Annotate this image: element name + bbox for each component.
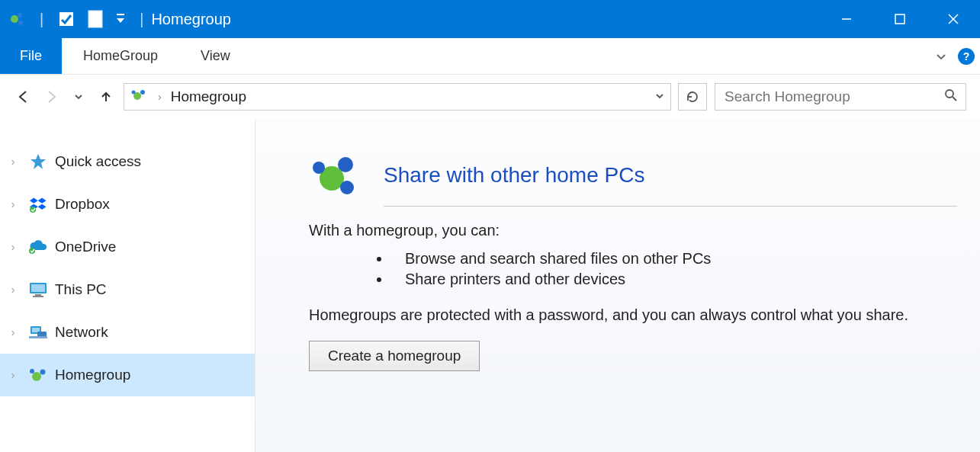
forward-button[interactable]	[41, 87, 61, 107]
sidebar-item-label: Dropbox	[55, 196, 110, 213]
heading-divider	[384, 206, 957, 207]
dropbox-icon	[27, 194, 49, 215]
create-homegroup-button[interactable]: Create a homegroup	[309, 341, 480, 371]
tab-file[interactable]: File	[0, 38, 62, 74]
properties-icon[interactable]	[56, 8, 77, 30]
ribbon: File HomeGroup View ?	[0, 38, 980, 75]
svg-rect-3	[59, 12, 73, 26]
chevron-right-icon[interactable]: ›	[5, 326, 21, 338]
help-icon: ?	[958, 48, 975, 65]
homegroup-icon[interactable]	[6, 8, 27, 30]
svg-point-11	[140, 90, 145, 95]
content-bullet: Share printers and other devices	[391, 271, 957, 288]
svg-rect-18	[31, 284, 45, 292]
sidebar-item-quick-access[interactable]: › Quick access	[0, 140, 255, 183]
breadcrumb-separator-icon[interactable]: ›	[158, 91, 162, 103]
ribbon-collapse-icon[interactable]	[930, 38, 953, 74]
content-intro: With a homegroup, you can:	[309, 222, 957, 239]
chevron-right-icon[interactable]: ›	[5, 284, 21, 296]
svg-point-27	[30, 369, 34, 373]
maximize-button[interactable]	[873, 0, 927, 38]
content-note: Homegroups are protected with a password…	[309, 306, 957, 324]
svg-point-29	[338, 157, 353, 172]
quick-access-toolbar: | |	[6, 8, 148, 30]
svg-point-30	[313, 162, 325, 174]
tab-view[interactable]: View	[179, 38, 252, 74]
address-dropdown-icon[interactable]	[655, 90, 664, 104]
chevron-right-icon[interactable]: ›	[5, 198, 21, 210]
search-box[interactable]	[715, 83, 966, 111]
title-bar: | | Homegroup	[0, 0, 980, 38]
svg-rect-24	[29, 336, 47, 338]
sidebar-item-homegroup[interactable]: › Homegroup	[0, 354, 255, 396]
svg-rect-7	[895, 14, 904, 24]
window-title: Homegroup	[151, 11, 231, 28]
chevron-right-icon[interactable]: ›	[5, 369, 21, 381]
homegroup-large-icon	[309, 149, 361, 201]
svg-point-25	[32, 372, 41, 381]
svg-rect-5	[117, 14, 124, 15]
sidebar-item-network[interactable]: › Network	[0, 311, 255, 354]
recent-locations-dropdown[interactable]	[69, 87, 88, 107]
svg-line-14	[953, 97, 956, 101]
navigation-row: › Homegroup	[0, 75, 980, 119]
content-bullet: Browse and search shared files on other …	[391, 250, 957, 268]
chevron-right-icon[interactable]: ›	[5, 241, 21, 253]
qat-divider: |	[40, 11, 43, 28]
close-button[interactable]	[927, 0, 980, 38]
homegroup-icon	[130, 86, 149, 107]
help-button[interactable]: ?	[953, 38, 980, 74]
sidebar-item-label: This PC	[55, 281, 107, 298]
sidebar-item-dropbox[interactable]: › Dropbox	[0, 183, 255, 226]
chevron-right-icon[interactable]: ›	[5, 155, 21, 168]
sidebar-item-label: Quick access	[55, 153, 141, 170]
sidebar-item-label: OneDrive	[55, 239, 116, 255]
qat-dropdown-icon[interactable]	[114, 8, 127, 30]
svg-point-2	[18, 21, 23, 25]
content-pane: Share with other home PCs With a homegro…	[255, 119, 980, 452]
this-pc-icon	[27, 279, 49, 300]
svg-rect-19	[35, 294, 41, 296]
sidebar-item-label: Homegroup	[55, 367, 130, 383]
quick-access-icon	[27, 151, 49, 172]
content-bullet-list: Browse and search shared files on other …	[361, 250, 957, 288]
homegroup-icon	[27, 364, 49, 386]
content-heading: Share with other home PCs	[384, 163, 957, 188]
tab-homegroup[interactable]: HomeGroup	[62, 38, 179, 74]
svg-rect-20	[33, 296, 43, 297]
onedrive-icon	[27, 236, 49, 258]
address-bar[interactable]: › Homegroup	[124, 83, 671, 111]
sidebar-item-onedrive[interactable]: › OneDrive	[0, 226, 255, 268]
minimize-button[interactable]	[820, 0, 873, 38]
breadcrumb-location[interactable]: Homegroup	[171, 88, 246, 105]
svg-point-12	[132, 91, 136, 95]
svg-point-31	[340, 181, 354, 194]
svg-rect-4	[88, 11, 102, 27]
svg-point-26	[40, 370, 46, 375]
svg-point-0	[11, 15, 18, 23]
back-button[interactable]	[14, 87, 34, 107]
refresh-button[interactable]	[678, 83, 707, 111]
up-button[interactable]	[96, 87, 116, 107]
navigation-pane: › Quick access › Dropbox › OneDrive ›	[0, 119, 255, 452]
sidebar-item-label: Network	[55, 324, 108, 341]
qat-divider-2: |	[140, 11, 143, 28]
sidebar-item-this-pc[interactable]: › This PC	[0, 268, 255, 311]
svg-point-1	[18, 13, 22, 18]
svg-point-13	[946, 90, 953, 98]
search-input[interactable]	[723, 88, 944, 106]
network-icon	[27, 322, 49, 343]
new-folder-icon[interactable]	[85, 8, 106, 30]
search-icon[interactable]	[944, 88, 958, 106]
